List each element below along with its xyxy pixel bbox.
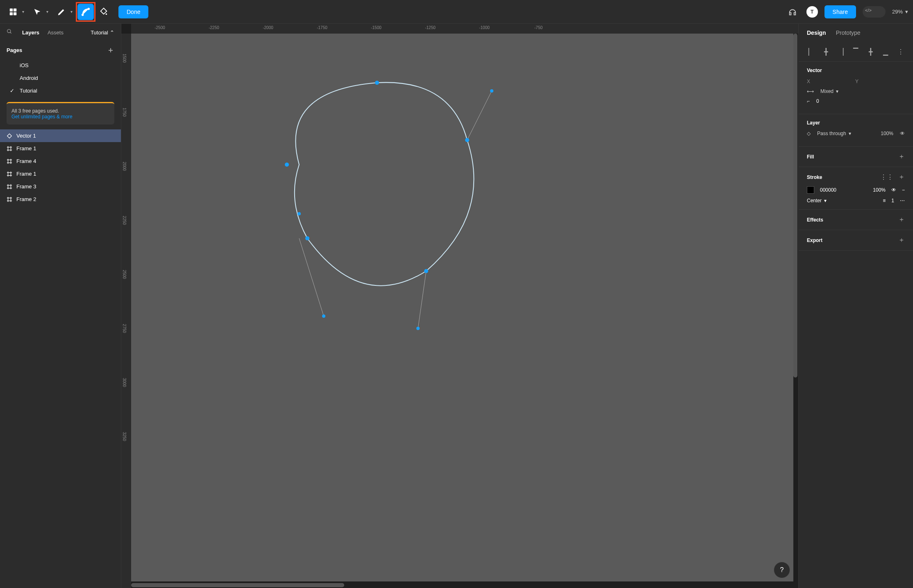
constraint-dropdown[interactable]: Mixed ▾ [820, 88, 838, 94]
ruler-tick: 2750 [122, 324, 127, 333]
stroke-weight-input[interactable]: 1 [891, 198, 894, 204]
done-button[interactable]: Done [118, 5, 148, 18]
anchor-point[interactable] [375, 81, 379, 85]
anchor-point[interactable] [424, 269, 428, 273]
main-menu-chevron-icon[interactable]: ▾ [22, 9, 24, 14]
blend-mode-dropdown[interactable]: Pass through ▾ [817, 131, 851, 136]
stroke-position-dropdown[interactable]: Center ▾ [807, 198, 827, 204]
bend-tool-button[interactable] [77, 4, 94, 20]
align-top-button[interactable]: ▔ [850, 45, 861, 58]
canvas[interactable] [131, 34, 793, 581]
tab-layers[interactable]: Layers [22, 29, 39, 36]
avatar[interactable]: T [806, 6, 818, 18]
move-tool-chevron-icon[interactable]: ▾ [46, 9, 48, 14]
canvas-area[interactable]: -2500-2250-2000-1750-1500-1250-1000-750 … [121, 24, 798, 588]
ruler-tick: -1750 [317, 25, 327, 30]
layer-item[interactable]: Frame 2 [0, 193, 121, 206]
main-menu-button[interactable] [5, 4, 21, 20]
paint-bucket-tool-button[interactable] [95, 4, 112, 20]
align-left-button[interactable]: ▏ [805, 45, 817, 58]
align-right-button[interactable]: ▕ [835, 45, 847, 58]
tab-prototype[interactable]: Prototype [836, 29, 861, 36]
layer-item[interactable]: Frame 1 [0, 142, 121, 155]
anchor-point[interactable] [305, 236, 309, 240]
stroke-visibility-toggle[interactable]: 👁 [891, 187, 896, 193]
zoom-dropdown[interactable]: 29% ▾ [892, 9, 908, 15]
page-item-android[interactable]: Android [0, 72, 121, 84]
add-export-button[interactable]: ＋ [898, 236, 905, 244]
scrollbar-vertical[interactable] [793, 34, 797, 378]
layer-section-title: Layer [807, 120, 905, 126]
ruler-vertical: 15001750200022502500275030003250 [121, 34, 131, 588]
frame-icon [7, 171, 12, 177]
anchor-point[interactable] [285, 163, 289, 167]
svg-line-32 [418, 271, 426, 328]
layer-item[interactable]: Frame 3 [0, 180, 121, 193]
layer-opacity-input[interactable]: 100% [881, 131, 893, 136]
ruler-tick: -1500 [371, 25, 382, 30]
layer-name: Frame 4 [16, 158, 36, 164]
search-icon[interactable] [7, 29, 12, 36]
ruler-tick: -1250 [425, 25, 436, 30]
blend-icon: ◇ [807, 131, 811, 136]
distribute-button[interactable]: ⋮ [895, 45, 906, 58]
vector-shape[interactable] [205, 58, 500, 353]
frame-icon [7, 146, 12, 152]
stroke-style-button[interactable]: ⋮⋮ [880, 173, 893, 181]
layer-item[interactable]: Vector 1 [0, 129, 121, 142]
stroke-advanced-button[interactable]: ⋯ [900, 198, 905, 204]
pen-tool-chevron-icon[interactable]: ▾ [70, 9, 73, 14]
handle-point[interactable] [416, 327, 420, 330]
add-page-button[interactable]: ＋ [107, 45, 114, 55]
add-stroke-button[interactable]: ＋ [898, 173, 905, 181]
share-button[interactable]: Share [824, 5, 856, 18]
handle-point[interactable] [322, 314, 325, 318]
frame-icon [7, 184, 12, 190]
dev-mode-toggle[interactable] [863, 6, 886, 18]
pen-tool-button[interactable] [53, 4, 70, 20]
handle-point[interactable] [298, 212, 301, 215]
align-bottom-button[interactable]: ▁ [880, 45, 891, 58]
ruler-tick: -2000 [263, 25, 273, 30]
corner-radius-input[interactable]: 0 [816, 98, 819, 104]
add-effect-button[interactable]: ＋ [898, 215, 905, 224]
handle-point[interactable] [490, 89, 493, 93]
frame-icon [7, 197, 12, 202]
tab-design[interactable]: Design [807, 29, 826, 36]
scrollbar-horizontal[interactable] [131, 583, 344, 587]
remove-stroke-button[interactable]: − [902, 187, 905, 193]
chevron-down-icon: ▾ [849, 131, 851, 136]
chevron-up-icon: ⌃ [110, 29, 114, 36]
page-item-tutorial[interactable]: Tutorial [0, 84, 121, 97]
layer-item[interactable]: Frame 1 [0, 167, 121, 180]
page-item-ios[interactable]: iOS [0, 59, 121, 72]
upgrade-link[interactable]: Get unlimited pages & more [11, 114, 73, 120]
stroke-color-swatch[interactable] [807, 186, 814, 194]
x-input[interactable] [820, 78, 849, 84]
top-toolbar: ▾ ▾ ▾ Done T Share 29% ▾ [0, 0, 913, 24]
audio-button[interactable] [785, 5, 800, 19]
visibility-toggle[interactable]: 👁 [900, 131, 905, 136]
zoom-value: 29% [892, 9, 903, 15]
file-name-dropdown[interactable]: Tutorial ⌃ [91, 29, 114, 36]
help-button[interactable]: ? [774, 562, 790, 578]
ruler-tick: -750 [534, 25, 543, 30]
svg-marker-9 [7, 133, 12, 138]
add-fill-button[interactable]: ＋ [898, 152, 905, 161]
stroke-hex-input[interactable]: 000000 [820, 187, 836, 193]
stroke-opacity-input[interactable]: 100% [873, 187, 886, 193]
svg-rect-3 [14, 12, 16, 15]
move-tool-button[interactable] [29, 4, 45, 20]
constraint-icon: ⟷ [807, 88, 814, 94]
ruler-tick: -2500 [154, 25, 165, 30]
anchor-point[interactable] [465, 138, 469, 142]
layer-item[interactable]: Frame 4 [0, 155, 121, 167]
svg-rect-0 [10, 8, 13, 11]
layer-name: Frame 3 [16, 183, 36, 190]
tab-assets[interactable]: Assets [48, 29, 64, 36]
svg-line-8 [10, 32, 11, 34]
align-center-h-button[interactable]: ╋ [820, 45, 831, 58]
frame-icon [7, 158, 12, 164]
align-center-v-button[interactable]: ╋ [865, 45, 877, 58]
y-input[interactable] [868, 78, 897, 84]
